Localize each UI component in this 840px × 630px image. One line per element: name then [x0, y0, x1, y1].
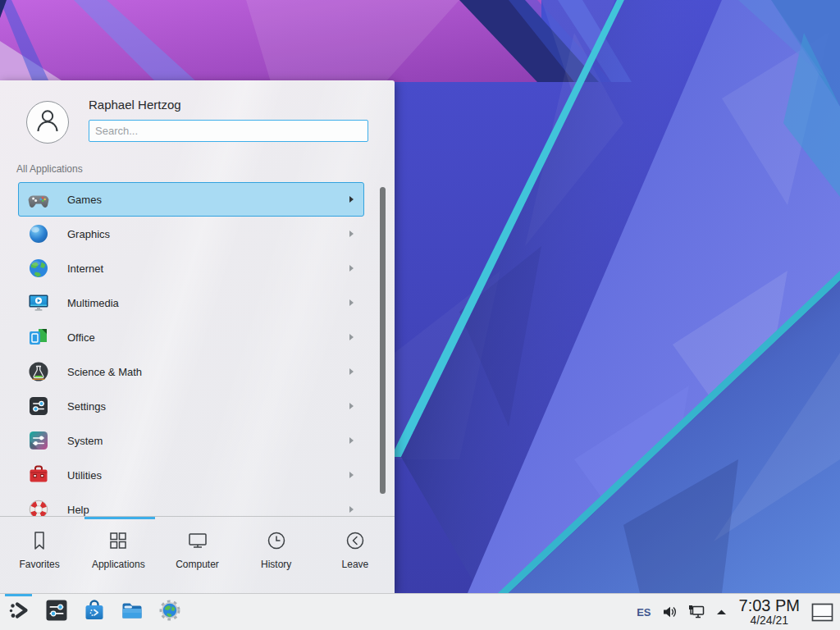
file-manager-button[interactable] — [118, 594, 145, 630]
category-label: Office — [67, 331, 349, 344]
category-help[interactable]: Help — [18, 492, 364, 516]
software-center-bag-icon — [82, 598, 107, 626]
category-settings[interactable]: Settings — [18, 389, 364, 423]
discover-button[interactable] — [80, 594, 107, 630]
tab-label: Computer — [176, 559, 219, 570]
submenu-arrow-icon — [349, 437, 354, 444]
category-label: Multimedia — [67, 297, 349, 309]
category-utilities[interactable]: Utilities — [18, 458, 364, 492]
system-tray: ES — [637, 597, 833, 627]
paint-sphere-icon — [27, 222, 50, 245]
active-tab-indicator — [84, 517, 155, 519]
category-multimedia[interactable]: Multimedia — [18, 285, 364, 320]
category-label: Games — [67, 194, 349, 206]
category-graphics[interactable]: Graphics — [18, 217, 364, 251]
clock-date: 4/24/21 — [739, 614, 800, 627]
category-games[interactable]: Games — [18, 182, 364, 217]
keyboard-layout-indicator[interactable]: ES — [637, 606, 651, 619]
category-label: Help — [67, 504, 349, 516]
tab-label: Leave — [342, 559, 369, 570]
system-sliders-icon — [27, 429, 50, 452]
category-internet[interactable]: Internet — [18, 251, 364, 285]
web-browser-button[interactable] — [156, 594, 183, 630]
submenu-arrow-icon — [349, 334, 354, 340]
submenu-arrow-icon — [349, 472, 354, 478]
folder-icon — [120, 598, 144, 626]
user-name: Raphael Hertzog — [89, 98, 181, 112]
category-label: System — [67, 435, 349, 447]
tab-label: Applications — [92, 559, 145, 570]
flask-icon — [27, 360, 50, 383]
system-settings-icon — [44, 598, 69, 626]
tab-label: Favorites — [19, 559, 59, 570]
category-label: Settings — [67, 400, 349, 413]
submenu-arrow-icon — [349, 506, 354, 513]
monitor-icon — [186, 529, 209, 552]
leave-circle-icon — [344, 529, 367, 552]
clock-icon — [265, 529, 288, 552]
globe-gear-icon — [158, 598, 182, 626]
network-icon[interactable] — [687, 604, 705, 621]
submenu-arrow-icon — [349, 196, 354, 203]
category-label: Utilities — [67, 469, 349, 482]
application-launcher-button[interactable] — [5, 594, 32, 630]
system-settings-button[interactable] — [43, 594, 70, 630]
scrollbar-thumb[interactable] — [380, 187, 386, 494]
documents-icon — [27, 326, 50, 349]
tab-applications[interactable]: Applications — [79, 517, 158, 593]
tab-favorites[interactable]: Favorites — [0, 517, 79, 593]
search-input[interactable] — [89, 120, 368, 142]
gamepad-icon — [27, 188, 50, 211]
lifebuoy-icon — [27, 498, 50, 516]
toolbox-icon — [27, 463, 50, 486]
volume-icon[interactable] — [661, 604, 678, 620]
monitor-play-icon — [27, 291, 50, 314]
application-launcher-menu: Raphael Hertzog All Applications Games — [0, 80, 395, 593]
sliders-icon — [27, 395, 50, 418]
user-icon — [31, 104, 64, 140]
section-label: All Applications — [16, 163, 83, 175]
category-office[interactable]: Office — [18, 320, 364, 354]
tab-history[interactable]: History — [237, 517, 316, 593]
category-science-math[interactable]: Science & Math — [18, 354, 364, 389]
desktop: Raphael Hertzog All Applications Games — [0, 0, 840, 630]
category-list: Games Graphics — [0, 182, 395, 516]
show-desktop-button[interactable] — [811, 603, 833, 622]
user-avatar[interactable] — [26, 101, 69, 144]
tab-label: History — [261, 559, 291, 570]
category-label: Graphics — [67, 228, 349, 240]
globe-icon — [27, 257, 50, 280]
digital-clock[interactable]: 7:03 PM 4/24/21 — [739, 597, 800, 627]
tab-leave[interactable]: Leave — [316, 517, 395, 593]
expand-tray-caret-up-icon[interactable] — [715, 607, 728, 617]
clock-time: 7:03 PM — [739, 597, 800, 614]
submenu-arrow-icon — [349, 403, 354, 409]
submenu-arrow-icon — [349, 299, 354, 306]
grid-icon — [107, 529, 130, 552]
submenu-arrow-icon — [349, 368, 354, 375]
category-system[interactable]: System — [18, 423, 364, 458]
taskbar: ES — [0, 593, 840, 630]
category-label: Science & Math — [67, 366, 349, 378]
submenu-arrow-icon — [349, 265, 354, 272]
tab-computer[interactable]: Computer — [158, 517, 236, 593]
kde-launcher-icon — [7, 598, 31, 626]
bookmark-icon — [28, 529, 51, 552]
launcher-tab-bar: Favorites Applications — [0, 516, 395, 593]
submenu-arrow-icon — [349, 231, 354, 237]
category-label: Internet — [67, 262, 349, 275]
taskbar-launchers — [5, 594, 183, 630]
